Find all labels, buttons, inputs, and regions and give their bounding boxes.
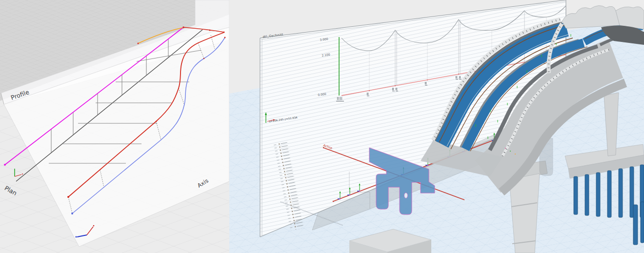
viewport-alignment-3d[interactable]: Profile Plan Axis <box>0 0 229 253</box>
viewport-bridge-model-3d[interactable]: dtl_Gschnitt 3.000 2.100 0.000 s=106.245… <box>229 0 644 253</box>
alignment-3d-canvas <box>0 0 229 253</box>
cross-section-hole <box>404 193 408 198</box>
bridge-3d-canvas <box>229 0 644 253</box>
cad-application-screenshot: Profile Plan Axis <box>0 0 644 253</box>
